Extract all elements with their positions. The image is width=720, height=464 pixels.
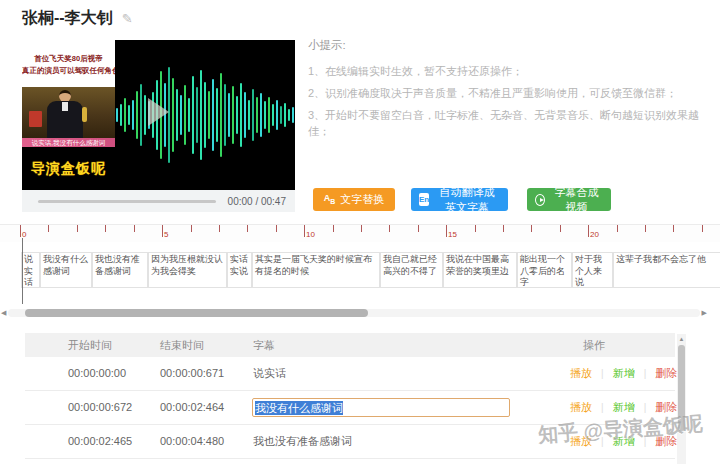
start-time-cell: 00:00:00:00 (68, 357, 126, 390)
action-separator: | (601, 436, 604, 447)
ruler-tick (673, 225, 674, 232)
delete-row-action[interactable]: 删除 (655, 401, 677, 413)
waveform-bar (120, 104, 122, 126)
waveform-bar (128, 105, 130, 125)
table-row: 00:00:00:672 00:00:02:464 我没有什么感谢词 播放 | … (25, 391, 675, 425)
thumbnail-photo (22, 87, 115, 138)
waveform-bar (292, 107, 294, 123)
compose-video-button[interactable]: 字幕合成视频 (527, 188, 611, 211)
col-actions: 操作 (583, 333, 605, 357)
video-player: 首位飞天奖80后视帝 真正的演员可以驾驭任何角色 说实话,我没有什么感谢词 导演… (22, 40, 295, 212)
text-replace-button[interactable]: AB 文字替换 (313, 188, 395, 211)
waveform-bar (220, 73, 222, 157)
delete-row-action[interactable]: 删除 (655, 367, 677, 379)
waveform-bar (248, 100, 250, 130)
waveform-bar (260, 93, 262, 137)
waveform-bar (224, 84, 226, 146)
ruler-tick: 10 (304, 225, 305, 237)
ruler-tick (702, 225, 703, 232)
table-row: 00:00:02:465 00:00:04:480 我也没有准备感谢词 播放 |… (25, 425, 675, 459)
subtitle-segment[interactable]: 我说在中国最高荣誉的奖项里边 (443, 252, 517, 288)
waveform-bar (256, 97, 258, 133)
scroll-up-icon[interactable]: ▲ (677, 334, 686, 343)
subtitle-editor-page: 张桐--李大钊 ✎ 首位飞天奖80后视帝 真正的演员可以驾驭任何角色 说实话,我… (0, 0, 720, 464)
ruler-tick (645, 225, 646, 232)
waveform-bar (268, 97, 270, 133)
subtitle-input[interactable]: 我没有什么感谢词 (252, 398, 510, 417)
english-icon: En (419, 193, 429, 206)
waveform-bar (184, 85, 186, 145)
subtitle-segment[interactable]: 因为我压根就没认为我会得奖 (148, 252, 227, 288)
table-header: 开始时间 结束时间 字幕 操作 (25, 333, 675, 357)
waveform-bar (272, 104, 274, 126)
waveform-bar (200, 70, 202, 160)
thumbnail-footer: 导演盒饭呢 (22, 147, 115, 190)
subtitle-segment[interactable]: 说实话 (21, 252, 40, 288)
waveform-bar (176, 89, 178, 141)
subtitle-segment[interactable]: 其实是一届飞天奖的时候宣布有提名的时候 (252, 252, 380, 288)
trophy (82, 107, 87, 122)
ruler-tick (389, 225, 390, 232)
waveform-bar (284, 103, 286, 127)
action-separator: | (601, 402, 604, 413)
ruler-tick (617, 225, 618, 232)
timeline-ruler[interactable]: 0 5 (0, 224, 720, 242)
waveform-bar (124, 98, 126, 132)
waveform-bar (116, 108, 118, 122)
vertical-scrollbar[interactable]: ▲ (677, 334, 686, 464)
play-icon[interactable] (148, 98, 169, 126)
subtitle-table: 开始时间 结束时间 字幕 操作 00:00:00:00 00:00:00:671… (25, 333, 675, 459)
thumbnail-subtitle-banner: 说实话,我没有什么感谢词 (22, 138, 115, 147)
caption-line-2: 真正的演员可以驾驭任何角色 (22, 65, 115, 77)
time-display: 00:00 / 00:47 (228, 196, 286, 207)
add-row-action[interactable]: 新增 (613, 367, 635, 379)
play-circle-icon (535, 194, 545, 206)
scroll-left-icon[interactable]: ◀ (1, 308, 6, 317)
tip-item: 3、开始时不要留空白音，吐字标准、无杂音、无背景音乐、断句越短识别效果越佳； (308, 108, 716, 140)
edit-title-icon[interactable]: ✎ (122, 11, 133, 26)
col-start-time: 开始时间 (68, 333, 112, 357)
tip-item: 1、在线编辑实时生效，暂不支持还原操作； (308, 64, 716, 80)
waveform-bar (188, 98, 190, 132)
horizontal-scrollbar[interactable]: ◀ ▶ (8, 309, 700, 317)
add-row-action[interactable]: 新增 (613, 401, 635, 413)
waveform-bar (136, 91, 138, 139)
seek-bar[interactable] (38, 200, 216, 203)
delete-row-action[interactable]: 删除 (655, 435, 677, 447)
row-actions: 播放 | 新增 | 删除 (570, 425, 677, 458)
subtitle-segment[interactable]: 我没有什么感谢词 (40, 252, 92, 288)
ruler-tick (191, 225, 192, 232)
action-separator: | (644, 402, 647, 413)
subtitle-segment[interactable]: 对于我个人来说 (572, 252, 613, 288)
ruler-tick: 5 (162, 225, 163, 237)
ruler-tick (77, 225, 78, 232)
ruler-tick (219, 225, 220, 232)
subtitle-segment[interactable]: 我自己就已经高兴的不得了 (380, 252, 443, 288)
waveform-bar (276, 100, 278, 130)
playhead[interactable] (22, 238, 23, 304)
subtitle-segment[interactable]: 这辈子我都不会忘了他 (613, 252, 720, 288)
subtitle-segment[interactable]: 我也没有准备感谢词 (92, 252, 148, 288)
subtitle-cell[interactable]: 我也没有准备感谢词 (253, 425, 352, 458)
ruler-tick: 0 (20, 225, 21, 237)
waveform-bar (228, 93, 230, 137)
waveform-bar (236, 96, 238, 134)
vertical-scrollbar-thumb[interactable] (678, 345, 685, 431)
waveform-bar (288, 109, 290, 121)
table-body: 00:00:00:00 00:00:00:671 说实话 播放 | 新增 | 删… (25, 357, 675, 459)
col-end-time: 结束时间 (160, 333, 204, 357)
horizontal-scrollbar-thumb[interactable] (25, 309, 368, 317)
play-row-action[interactable]: 播放 (570, 435, 592, 447)
subtitle-cell[interactable]: 说实话 (253, 357, 286, 390)
scroll-right-icon[interactable]: ▶ (702, 308, 707, 317)
play-row-action[interactable]: 播放 (570, 401, 592, 413)
selected-text: 我没有什么感谢词 (255, 401, 343, 415)
subtitle-segment[interactable]: 能出现一个八零后的名字 (517, 252, 572, 288)
video-frame[interactable]: 首位飞天奖80后视帝 真正的演员可以驾驭任何角色 说实话,我没有什么感谢词 导演… (22, 40, 295, 190)
tips-title: 小提示: (308, 38, 716, 53)
add-row-action[interactable]: 新增 (613, 435, 635, 447)
subtitle-segment[interactable]: 实话实说 (227, 252, 252, 288)
play-row-action[interactable]: 播放 (570, 367, 592, 379)
ruler-tick (503, 225, 504, 232)
translate-button[interactable]: En 自动翻译成英文字幕 (411, 188, 508, 211)
